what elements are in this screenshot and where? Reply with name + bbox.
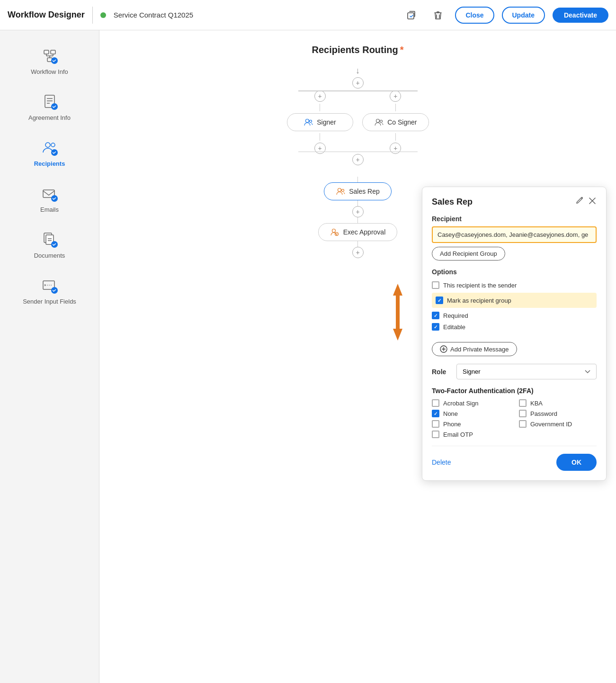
add-recipient-group-button[interactable]: Add Recipient Group [432,247,505,261]
option-required-label[interactable]: Required [443,312,468,319]
flow-node-cosigner[interactable]: Co Signer [362,113,429,131]
role-select[interactable]: Signer Approver Acceptor Form Filler [456,364,597,379]
flow-plus-button-1[interactable]: + [352,77,364,89]
exec-approval-container: Exec Approval + [318,223,398,258]
svg-point-30 [376,119,380,123]
svg-point-28 [306,119,309,123]
vert-connector-left-2 [320,133,321,141]
option-mark-group-label[interactable]: Mark as recipient group [447,297,511,304]
svg-rect-1 [44,50,49,54]
app-header: Workflow Designer Service Contract Q1202… [0,0,616,30]
sidebar-item-documents[interactable]: Documents [0,224,99,266]
checkbox-required[interactable]: ✓ [432,312,439,319]
flow-node-sales-rep[interactable]: Sales Rep [324,182,392,200]
close-button[interactable]: Close [455,7,494,24]
checkbox-government-id[interactable] [519,420,527,428]
svg-point-29 [310,120,312,123]
sidebar-item-sender-input-fields[interactable]: Sender Input Fields [0,270,99,312]
main-layout: Workflow Info Agreement Info [0,30,616,683]
tfa-label-phone[interactable]: Phone [443,421,461,428]
svg-rect-2 [51,50,55,54]
svg-point-15 [51,143,55,147]
sales-rep-container: Sales Rep + [324,177,392,223]
tfa-label-email-otp[interactable]: Email OTP [443,431,473,438]
checkbox-kba[interactable] [519,399,527,407]
checkbox-none[interactable]: ✓ [432,410,439,417]
flow-plus-button-4[interactable]: + [352,247,364,258]
svg-point-33 [342,189,344,192]
options-label: Options [432,268,597,276]
options-section: Options This recipient is the sender ✓ M… [432,268,597,333]
ok-button[interactable]: OK [556,454,597,471]
popup-edit-button[interactable] [576,197,584,207]
popup-close-button[interactable] [588,197,597,207]
flow-node-signer[interactable]: Signer [287,113,353,131]
tfa-option-acrobat-sign: Acrobat Sign [432,399,509,407]
popup-panel: Sales Rep [422,187,607,481]
content-area: Recipients Routing * ↓ + + [99,30,616,683]
tfa-label-government-id[interactable]: Government ID [530,421,572,428]
checkbox-acrobat-sign[interactable] [432,399,439,407]
flow-plus-button-left[interactable]: + [314,90,326,102]
checkbox-phone[interactable] [432,420,439,428]
tfa-option-government-id: Government ID [519,420,597,428]
add-private-message-button[interactable]: Add Private Message [432,342,517,356]
sidebar-item-agreement-info[interactable]: Agreement Info [0,86,99,128]
checkmark-mark-group: ✓ [437,298,441,303]
recipients-icon [40,138,59,157]
edit-icon [576,197,584,205]
sidebar-item-recipients[interactable]: Recipients [0,132,99,174]
checkbox-sender[interactable] [432,281,439,289]
tfa-label-acrobat-sign[interactable]: Acrobat Sign [443,400,478,407]
update-button[interactable]: Update [502,7,545,24]
recipient-input[interactable] [432,226,597,243]
popup-actions [576,197,597,207]
flow-plus-button-right-2[interactable]: + [390,143,401,154]
flow-branch-left: + Signer [287,90,353,154]
tfa-label-password[interactable]: Password [530,410,557,417]
sidebar-item-emails[interactable]: Emails [0,178,99,220]
workflow-info-icon [40,46,59,65]
delete-button[interactable]: Delete [432,458,451,466]
delete-icon-button[interactable] [429,6,447,25]
checkbox-editable[interactable]: ✓ [432,323,439,331]
cosigner-label: Co Signer [387,118,417,126]
sender-input-fields-icon [40,276,59,295]
flow-node-exec-approval[interactable]: Exec Approval [318,223,398,241]
deactivate-button[interactable]: Deactivate [553,8,608,23]
checkbox-password[interactable] [519,410,527,417]
flow-plus-button-left-2[interactable]: + [314,143,326,154]
flow-plus-1-container: + [352,77,364,89]
sidebar-label-emails: Emails [40,206,59,213]
add-group-btn-label: Add Recipient Group [440,250,497,257]
close-x-icon [588,197,597,205]
option-sender-label[interactable]: This recipient is the sender [443,282,517,289]
flow-plus-button-3[interactable]: + [352,206,364,217]
copy-icon-button[interactable] [402,6,421,25]
flow-plus-button-right[interactable]: + [390,90,401,102]
flow-branch-right: + Co Signer [362,90,429,154]
copy-icon [406,10,417,20]
tfa-label-kba[interactable]: KBA [530,400,543,407]
salesrep-icon [336,187,345,196]
option-editable-label[interactable]: Editable [443,324,465,331]
option-row-sender: This recipient is the sender [432,279,597,291]
checkbox-mark-group[interactable]: ✓ [436,297,443,304]
vert-connector-right-2 [395,133,396,141]
role-label: Role [432,368,451,376]
tfa-option-kba: KBA [519,399,597,407]
agreement-info-icon [40,92,59,111]
signer-label: Signer [317,118,336,126]
salesrep-label: Sales Rep [349,188,380,195]
tfa-label-none[interactable]: None [443,410,458,417]
role-row: Role Signer Approver Acceptor Form Fille… [432,364,597,379]
header-divider [92,7,93,24]
signer-icon [304,117,313,127]
sidebar-item-workflow-info[interactable]: Workflow Info [0,40,99,82]
checkbox-email-otp[interactable] [432,431,439,438]
recipient-section-label: Recipient [432,215,597,223]
cosigner-icon [374,117,384,127]
svg-point-31 [380,120,383,123]
flow-plus-button-2[interactable]: + [352,154,364,165]
annotation-arrow [386,281,410,345]
